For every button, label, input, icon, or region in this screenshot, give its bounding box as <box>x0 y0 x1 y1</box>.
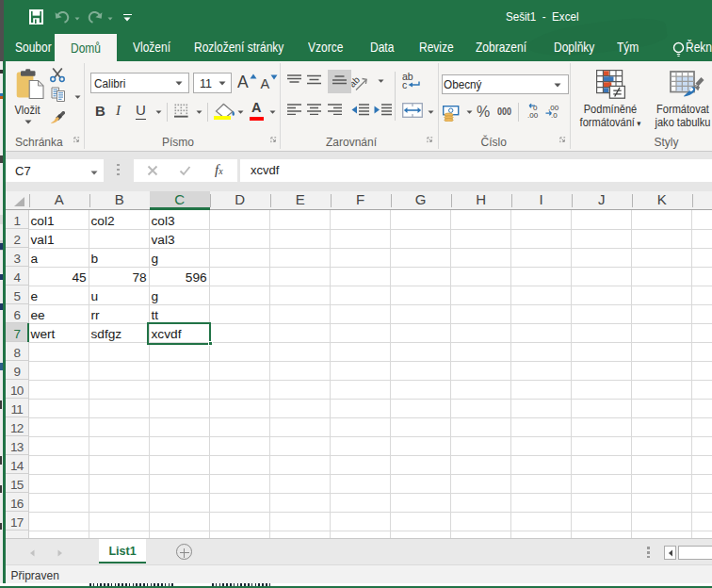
svg-text:,00: ,00 <box>527 111 539 119</box>
svg-text:ab: ab <box>351 74 362 90</box>
svg-text:c: c <box>402 79 407 90</box>
